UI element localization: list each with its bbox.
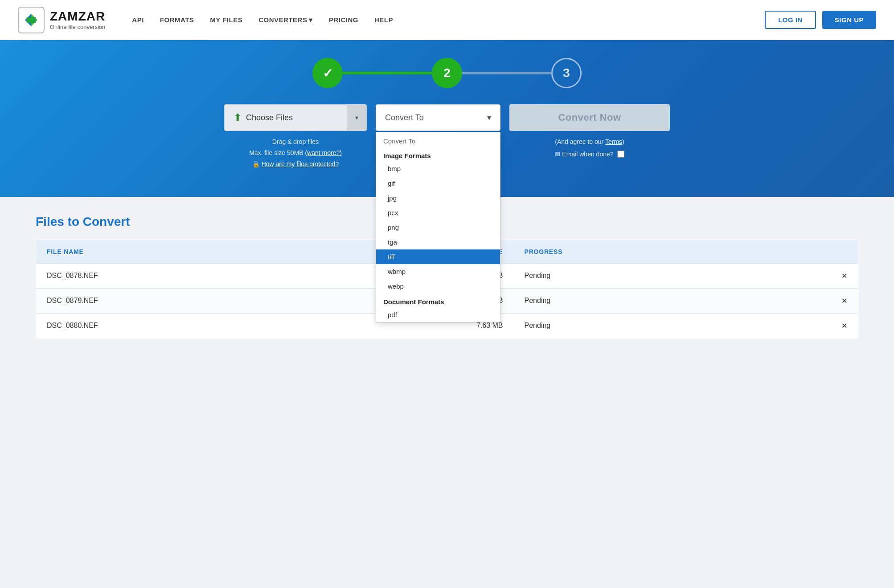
file-info: Drag & drop files Max. file size 50MB (w… <box>224 136 367 170</box>
nav-converters[interactable]: CONVERTERS ▾ <box>258 16 313 24</box>
step-line-2 <box>462 72 551 74</box>
remove-button[interactable]: ✕ <box>750 313 858 338</box>
cell-progress: Pending <box>514 263 750 288</box>
logo-subtitle: Online file conversion <box>50 24 105 30</box>
nav-converters-arrow: ▾ <box>309 16 313 24</box>
hero-section: ✓ 2 3 ⬆ Choose Files ▾ Drag & drop fil <box>0 40 894 197</box>
step-3-circle: 3 <box>551 58 582 88</box>
dropdown-item-gif[interactable]: gif <box>376 176 500 191</box>
steps-container: ✓ 2 3 <box>27 58 867 88</box>
dropdown-item-tiff[interactable]: tiff <box>376 249 500 264</box>
choose-files-dropdown-arrow[interactable]: ▾ <box>347 105 366 131</box>
dropdown-item-webp[interactable]: webp <box>376 279 500 294</box>
lock-icon: 🔒 <box>252 160 260 167</box>
step-2-label: 2 <box>443 66 451 80</box>
cell-progress: Pending <box>514 288 750 313</box>
logo-name: ZAMZAR <box>50 9 105 24</box>
email-label: ✉ Email when done? <box>555 148 613 160</box>
step-1-circle: ✓ <box>312 58 343 88</box>
header-actions: LOG IN SIGN UP <box>765 11 876 29</box>
convert-to-dropdown[interactable]: Convert To Image Formats bmp gif jpg pcx… <box>376 132 500 323</box>
want-more-link[interactable]: (want more?) <box>305 149 341 156</box>
step-line-1 <box>343 72 432 74</box>
email-row: ✉ Email when done? <box>509 148 670 160</box>
remove-button[interactable]: ✕ <box>750 263 858 288</box>
terms-link[interactable]: Terms <box>605 138 622 145</box>
convert-to-label: Convert To <box>385 113 424 122</box>
convert-to-button[interactable]: Convert To ▾ <box>376 104 500 131</box>
email-checkbox[interactable] <box>617 151 624 158</box>
max-size-text: Max. file size 50MB (want more?) <box>224 147 367 159</box>
cell-filename: DSC_0880.NEF <box>36 313 324 338</box>
nav-api[interactable]: API <box>132 16 144 24</box>
step-3-label: 3 <box>563 66 570 80</box>
protection-link[interactable]: How are my files protected? <box>262 160 339 167</box>
action-row: ⬆ Choose Files ▾ Drag & drop files Max. … <box>27 104 867 170</box>
image-formats-label: Image Formats <box>376 147 500 161</box>
dropdown-item-tga[interactable]: tga <box>376 235 500 249</box>
cell-filename: DSC_0878.NEF <box>36 263 324 288</box>
nav-formats[interactable]: FORMATS <box>160 16 194 24</box>
col-filename: FILE NAME <box>36 240 324 263</box>
signup-button[interactable]: SIGN UP <box>822 11 876 29</box>
dropdown-item-wbmp[interactable]: wbmp <box>376 264 500 279</box>
header: ZAMZAR Online file conversion API FORMAT… <box>0 0 894 40</box>
nav-myfiles[interactable]: MY FILES <box>210 16 242 24</box>
cell-filename: DSC_0879.NEF <box>36 288 324 313</box>
choose-files-button[interactable]: ⬆ Choose Files ▾ <box>224 104 367 131</box>
dropdown-item-png[interactable]: png <box>376 220 500 235</box>
main-nav: API FORMATS MY FILES CONVERTERS ▾ PRICIN… <box>132 16 765 24</box>
files-title-highlight: Convert <box>83 215 130 229</box>
terms-row: (And agree to our Terms) <box>509 135 670 148</box>
nav-pricing[interactable]: PRICING <box>329 16 358 24</box>
col-remove <box>750 240 858 263</box>
dropdown-item-pcx[interactable]: pcx <box>376 205 500 220</box>
dropdown-item-jpg[interactable]: jpg <box>376 191 500 205</box>
step-2-circle: 2 <box>432 58 462 88</box>
dropdown-item-pdf[interactable]: pdf <box>376 307 500 322</box>
svg-marker-1 <box>27 14 37 26</box>
protection-row: 🔒 How are my files protected? <box>224 159 367 170</box>
upload-icon: ⬆ <box>234 112 242 123</box>
dropdown-header: Convert To <box>376 132 500 147</box>
logo-text: ZAMZAR Online file conversion <box>50 9 105 30</box>
step-1-label: ✓ <box>323 66 333 81</box>
remove-button[interactable]: ✕ <box>750 288 858 313</box>
convert-to-arrow: ▾ <box>487 113 491 122</box>
document-formats-label: Document Formats <box>376 294 500 307</box>
convert-now-button[interactable]: Convert Now <box>509 104 670 131</box>
dropdown-item-bmp[interactable]: bmp <box>376 161 500 176</box>
choose-files-label: Choose Files <box>246 113 293 122</box>
convert-now-area: Convert Now (And agree to our Terms) ✉ E… <box>509 104 670 160</box>
logo-area: ZAMZAR Online file conversion <box>18 7 105 33</box>
convert-now-info: (And agree to our Terms) ✉ Email when do… <box>509 135 670 160</box>
convert-to-wrapper: Convert To ▾ Convert To Image Formats bm… <box>376 104 500 131</box>
nav-help[interactable]: HELP <box>374 16 393 24</box>
cell-progress: Pending <box>514 313 750 338</box>
choose-files-main: ⬆ Choose Files <box>225 112 347 123</box>
drag-drop-text: Drag & drop files <box>224 136 367 147</box>
logo-icon <box>18 7 45 33</box>
col-progress: PROGRESS <box>514 240 750 263</box>
login-button[interactable]: LOG IN <box>765 11 816 29</box>
choose-files-area: ⬆ Choose Files ▾ Drag & drop files Max. … <box>224 104 367 170</box>
